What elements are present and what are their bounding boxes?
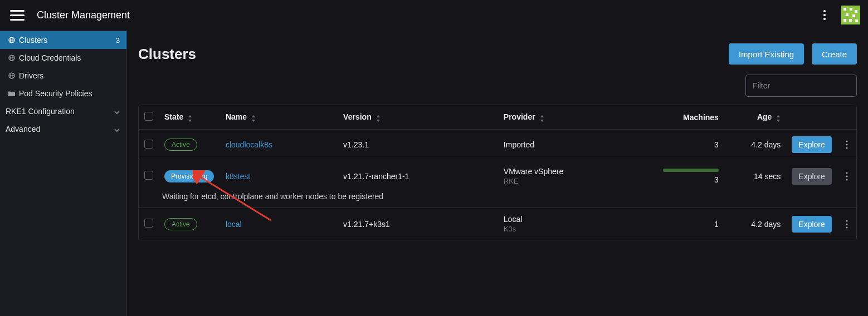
cluster-version: v1.21.7+k3s1 [338,208,498,240]
folder-icon [8,90,16,97]
sort-icon [188,115,192,122]
explore-button[interactable]: Explore [792,168,831,185]
sidebar-group-advanced[interactable]: Advanced [0,120,126,138]
svg-point-20 [846,226,847,228]
table-row[interactable]: Activelocalv1.21.7+k3s1LocalK3s14.2 days… [139,208,856,240]
globe-icon [8,72,16,80]
svg-point-17 [846,179,847,180]
svg-point-15 [846,172,847,174]
clusters-table: State Name Version Provider [138,105,857,240]
table-header-row: State Name Version Provider [139,105,856,130]
state-badge: Active [164,139,197,151]
column-header-version[interactable]: Version [338,105,498,130]
cluster-name-link[interactable]: k8stest [226,172,250,181]
chevron-down-icon [114,125,120,134]
row-checkbox[interactable] [144,140,153,149]
brand-logo-icon[interactable] [841,6,860,24]
row-kebab-icon[interactable] [843,140,851,149]
sidebar-item-label: Drivers [19,71,43,80]
sidebar-group-label: RKE1 Configuration [6,107,75,116]
column-header-state[interactable]: State [159,105,220,130]
progress-bar [663,169,719,172]
state-badge: Provisioning [164,170,214,182]
sidebar-item-cloud-credentials[interactable]: Cloud Credentials [0,49,126,67]
import-existing-button[interactable]: Import Existing [729,43,804,65]
svg-point-14 [846,147,847,149]
sidebar-group-label: Advanced [6,125,40,134]
state-badge: Active [164,218,197,230]
page-title: Clusters [138,46,196,63]
machines-count: 3 [648,130,724,160]
svg-point-1 [823,14,826,16]
svg-point-2 [823,18,826,20]
main-content: Clusters Import Existing Create State [127,30,868,316]
row-checkbox[interactable] [144,219,153,228]
cluster-provider: VMware vSphereRKE [498,160,648,192]
cluster-provider: LocalK3s [498,208,648,240]
sidebar-item-label: Clusters [19,36,47,45]
menu-hamburger-icon[interactable] [10,8,25,22]
table-row-status: Waiting for etcd, controlplane and worke… [139,192,856,208]
row-checkbox[interactable] [144,171,153,180]
select-all-checkbox[interactable] [144,112,153,121]
cluster-age: 14 secs [724,160,786,192]
sort-icon [540,115,544,122]
sort-icon [376,115,381,122]
sidebar-item-label: Cloud Credentials [19,53,81,62]
create-button[interactable]: Create [812,43,857,65]
svg-point-13 [846,144,847,145]
sidebar-item-clusters[interactable]: Clusters 3 [0,31,126,49]
cluster-name-link[interactable]: cloudlocalk8s [226,140,272,149]
cluster-name-link[interactable]: local [226,220,242,229]
row-kebab-icon[interactable] [843,172,851,181]
sidebar-item-label: Pod Security Policies [19,89,92,98]
sidebar: Clusters 3 Cloud Credentials Drivers Pod… [0,30,127,316]
column-header-name[interactable]: Name [220,105,338,130]
sidebar-item-count: 3 [116,36,120,45]
row-kebab-icon[interactable] [843,220,851,229]
cluster-age: 4.2 days [724,208,786,240]
explore-button[interactable]: Explore [792,216,831,233]
svg-point-12 [846,140,847,142]
cluster-age: 4.2 days [724,130,786,160]
filter-input[interactable] [745,75,857,97]
topbar-kebab-icon[interactable] [818,8,831,22]
sidebar-item-pod-security-policies[interactable]: Pod Security Policies [0,85,126,102]
cluster-provider: Imported [498,130,648,160]
svg-point-18 [846,220,847,221]
svg-point-0 [823,10,826,12]
explore-button[interactable]: Explore [792,136,831,153]
table-row[interactable]: Activecloudlocalk8sv1.23.1Imported34.2 d… [139,130,856,160]
machines-count: 3 [648,160,724,192]
globe-icon [8,54,16,62]
sidebar-group-rke1-configuration[interactable]: RKE1 Configuration [0,102,126,120]
cluster-version: v1.23.1 [338,130,498,160]
svg-point-19 [846,223,847,225]
svg-point-16 [846,175,847,177]
machines-count: 1 [648,208,724,240]
app-title: Cluster Management [37,9,130,21]
chevron-down-icon [114,107,120,116]
sort-icon [251,115,256,122]
sidebar-item-drivers[interactable]: Drivers [0,67,126,85]
cluster-version: v1.21.7-rancher1-1 [338,160,498,192]
globe-icon [8,36,16,44]
top-bar: Cluster Management [0,0,868,30]
column-header-age[interactable]: Age [724,105,786,130]
table-row[interactable]: Provisioningk8stestv1.21.7-rancher1-1VMw… [139,160,856,192]
column-header-provider[interactable]: Provider [498,105,648,130]
sort-icon [776,115,781,122]
column-header-machines[interactable]: Machines [648,105,724,130]
